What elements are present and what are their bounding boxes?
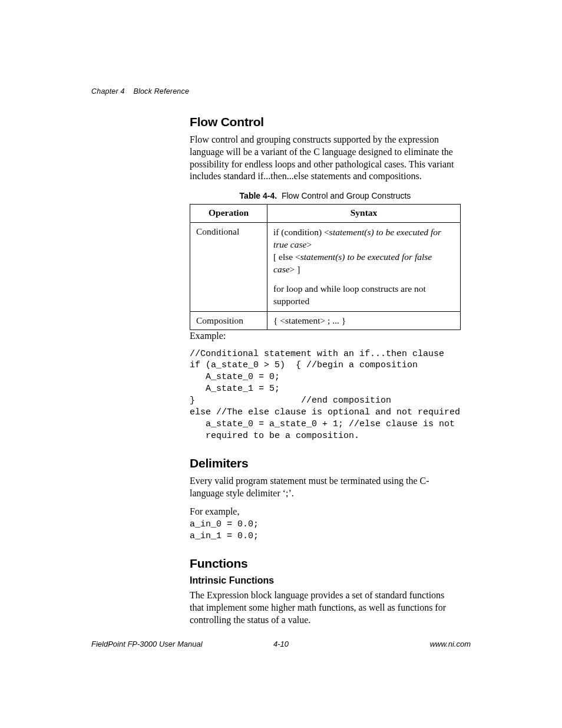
heading-functions: Functions	[190, 556, 461, 571]
table-caption-text: Flow Control and Group Constructs	[282, 191, 411, 200]
footer-center: 4-10	[91, 640, 471, 648]
cell-syntax: if (condition) <statement(s) to be execu…	[267, 223, 461, 312]
table-row: Conditional if (condition) <statement(s)…	[190, 223, 461, 312]
chapter-title: Block Reference	[133, 87, 189, 95]
page: Chapter 4 Block Reference Flow Control F…	[0, 0, 562, 728]
example-code-block: //Conditional statement with an if...the…	[190, 348, 461, 443]
page-footer: FieldPoint FP-3000 User Manual 4-10 www.…	[91, 640, 471, 648]
syntax-line: for loop and while loop constructs are n…	[273, 283, 454, 308]
syntax-line: if (condition) <statement(s) to be execu…	[273, 226, 454, 251]
flow-control-table: Operation Syntax Conditional if (conditi…	[190, 204, 461, 330]
heading-flow-control: Flow Control	[190, 115, 461, 129]
table-caption: Table 4-4. Flow Control and Group Constr…	[190, 191, 461, 200]
table-label: Table 4-4.	[240, 191, 277, 200]
cell-syntax: { <statement> ; ... }	[267, 311, 461, 330]
syntax-line: [ else <statement(s) to be executed for …	[273, 251, 454, 276]
delimiters-code-block: a_in_0 = 0.0; a_in_1 = 0.0;	[190, 519, 461, 542]
col-operation: Operation	[190, 205, 267, 223]
running-header: Chapter 4 Block Reference	[91, 87, 189, 95]
heading-delimiters: Delimiters	[190, 456, 461, 470]
table-header-row: Operation Syntax	[190, 205, 461, 223]
subheading-intrinsic-functions: Intrinsic Functions	[190, 575, 461, 586]
example-label: Example:	[190, 330, 461, 342]
content-area: Flow Control Flow control and grouping c…	[190, 115, 461, 633]
col-syntax: Syntax	[267, 205, 461, 223]
chapter-label: Chapter 4	[91, 87, 125, 95]
for-example-label: For example,	[190, 506, 461, 518]
table-row: Composition { <statement> ; ... }	[190, 311, 461, 330]
functions-paragraph: The Expression block language provides a…	[190, 589, 461, 626]
delimiters-paragraph: Every valid program statement must be te…	[190, 475, 461, 500]
cell-operation: Conditional	[190, 223, 267, 312]
cell-operation: Composition	[190, 311, 267, 330]
flow-control-paragraph: Flow control and grouping constructs sup…	[190, 134, 461, 183]
